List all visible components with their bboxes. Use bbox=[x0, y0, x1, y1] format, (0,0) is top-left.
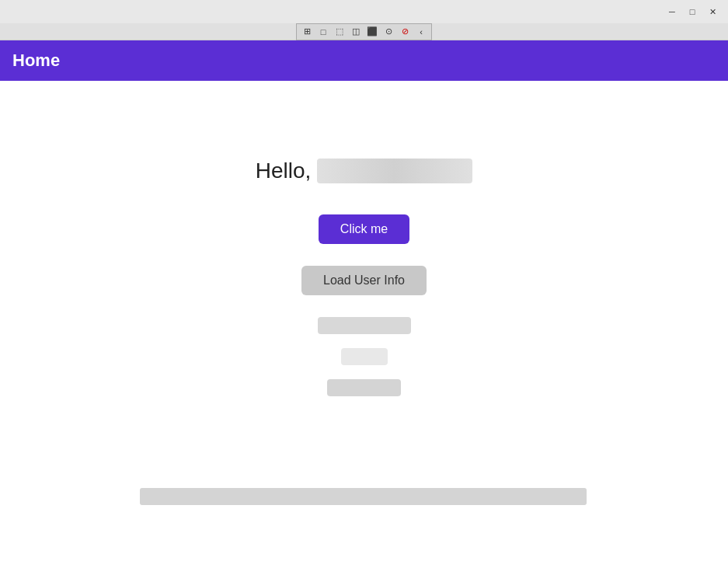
load-user-button[interactable]: Load User Info bbox=[301, 266, 427, 295]
toolbar-icon-pointer[interactable]: ⬚ bbox=[332, 25, 347, 39]
placeholder-block-3 bbox=[327, 379, 401, 396]
toolbar-icon-refresh[interactable]: ⊙ bbox=[381, 25, 396, 39]
click-me-button[interactable]: Click me bbox=[319, 214, 409, 244]
hello-name-placeholder bbox=[317, 159, 472, 183]
app-title: Home bbox=[12, 51, 60, 71]
toolbar-group: ⊞ □ ⬚ ◫ ⬛ ⊙ ⊘ ‹ bbox=[296, 23, 432, 40]
placeholder-block-1 bbox=[318, 317, 411, 334]
hello-text: Hello, bbox=[256, 159, 312, 183]
toolbar-icon-window[interactable]: □ bbox=[315, 25, 331, 39]
close-button[interactable]: ✕ bbox=[703, 4, 722, 19]
window-controls: ─ □ ✕ bbox=[663, 4, 722, 19]
app-header: Home bbox=[0, 40, 728, 81]
toolbar-icon-panel[interactable]: ◫ bbox=[348, 25, 364, 39]
title-bar: ─ □ ✕ bbox=[0, 0, 728, 23]
maximize-button[interactable]: □ bbox=[683, 4, 702, 19]
placeholder-block-2 bbox=[341, 348, 388, 365]
minimize-button[interactable]: ─ bbox=[663, 4, 681, 19]
toolbar-icon-stop[interactable]: ⊘ bbox=[397, 25, 413, 39]
toolbar-icon-select[interactable]: ⊞ bbox=[299, 25, 315, 39]
toolbar-icon-back[interactable]: ‹ bbox=[413, 25, 429, 39]
toolbar-icon-split[interactable]: ⬛ bbox=[364, 25, 380, 39]
toolbar: ⊞ □ ⬚ ◫ ⬛ ⊙ ⊘ ‹ bbox=[0, 23, 728, 40]
bottom-bar bbox=[140, 488, 587, 505]
hello-row: Hello, bbox=[256, 159, 473, 183]
